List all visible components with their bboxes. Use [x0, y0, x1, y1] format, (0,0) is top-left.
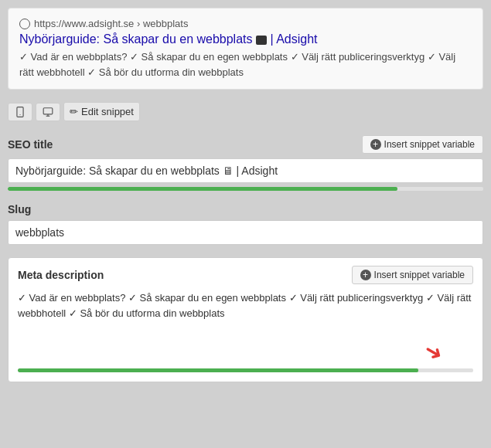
seo-title-section: SEO title + Insert snippet variable [8, 135, 483, 191]
svg-rect-0 [17, 107, 23, 117]
meta-description-box: Meta description + Insert snippet variab… [8, 257, 483, 382]
preview-description: ✓ Vad är en webbplats? ✓ Så skapar du en… [19, 49, 472, 80]
meta-description-textarea[interactable] [18, 290, 473, 336]
preview-title-text: Nybörjarguide: Så skapar du en webbplats… [19, 32, 318, 46]
slug-section: Slug [8, 203, 483, 245]
preview-title: Nybörjarguide: Så skapar du en webbplats… [19, 32, 472, 46]
toolbar-row: ✏ Edit snippet [8, 99, 483, 124]
arrow-row: ➜ [18, 342, 473, 365]
edit-snippet-label: Edit snippet [81, 106, 134, 117]
mobile-view-button[interactable] [8, 103, 32, 121]
meta-insert-label: Insert snippet variable [374, 270, 465, 280]
main-container: https://www.adsight.se › webbplats Nybör… [8, 8, 483, 382]
meta-description-label: Meta description [18, 269, 104, 281]
slug-input-container [8, 220, 483, 245]
url-text: https://www.adsight.se › webbplats [34, 18, 188, 29]
seo-title-input[interactable] [8, 158, 483, 183]
svg-rect-2 [43, 107, 53, 114]
seo-title-progress-bar [8, 187, 397, 191]
meta-progress-bar [18, 368, 418, 372]
preview-card: https://www.adsight.se › webbplats Nybör… [8, 8, 483, 90]
edit-snippet-button[interactable]: ✏ Edit snippet [63, 102, 140, 121]
plus-circle-icon: + [370, 139, 381, 150]
meta-progress-container [18, 368, 473, 372]
red-arrow-icon: ➜ [419, 336, 447, 367]
meta-insert-variable-button[interactable]: + Insert snippet variable [352, 266, 473, 284]
seo-title-header: SEO title + Insert snippet variable [8, 135, 483, 154]
slug-label: Slug [8, 203, 31, 216]
preview-url: https://www.adsight.se › webbplats [19, 18, 472, 29]
meta-description-section: Meta description + Insert snippet variab… [8, 257, 483, 382]
seo-insert-variable-button[interactable]: + Insert snippet variable [362, 135, 483, 154]
desktop-icon [42, 107, 54, 117]
slug-header: Slug [8, 203, 483, 216]
meta-description-header: Meta description + Insert snippet variab… [18, 266, 473, 284]
monitor-icon [256, 36, 267, 45]
pencil-icon: ✏ [70, 106, 78, 117]
seo-insert-label: Insert snippet variable [384, 139, 475, 150]
slug-input[interactable] [9, 221, 482, 244]
globe-icon [19, 19, 30, 29]
desktop-view-button[interactable] [36, 103, 60, 121]
mobile-icon [14, 107, 26, 117]
meta-plus-circle-icon: + [360, 270, 371, 280]
seo-title-label: SEO title [8, 138, 53, 151]
seo-title-progress-container [8, 187, 483, 191]
